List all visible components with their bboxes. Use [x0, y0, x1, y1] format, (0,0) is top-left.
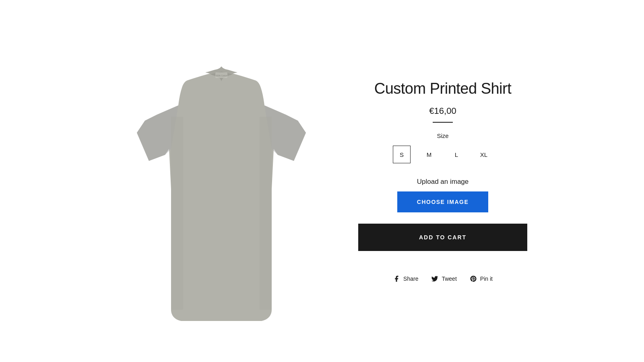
facebook-icon: [393, 275, 400, 282]
size-option-l[interactable]: L: [448, 146, 465, 163]
size-options: S M L XL: [393, 146, 493, 163]
choose-image-button[interactable]: CHOOSE IMAGE: [397, 191, 488, 212]
share-pinterest-label: Pin it: [480, 276, 493, 282]
svg-rect-1: [260, 117, 272, 310]
product-image-container: 100% Cotton: [117, 24, 326, 338]
pinterest-icon: [470, 275, 477, 282]
product-title: Custom Printed Shirt: [374, 80, 512, 98]
price-divider: [433, 122, 453, 123]
product-image: 100% Cotton: [125, 36, 318, 326]
product-price: €16,00: [429, 106, 456, 116]
svg-text:100% Cotton: 100% Cotton: [216, 74, 227, 77]
share-twitter-label: Tweet: [442, 276, 456, 282]
share-facebook-label: Share: [403, 276, 418, 282]
share-pinterest-link[interactable]: Pin it: [470, 275, 493, 282]
svg-rect-0: [171, 117, 183, 310]
share-twitter-link[interactable]: Tweet: [431, 275, 456, 282]
product-details: Custom Printed Shirt €16,00 Size S M L X…: [358, 80, 527, 283]
social-share: Share Tweet Pin it: [393, 275, 493, 282]
add-to-cart-button[interactable]: ADD TO CART: [358, 224, 527, 251]
share-facebook-link[interactable]: Share: [393, 275, 418, 282]
size-option-m[interactable]: M: [420, 146, 438, 163]
size-option-xl[interactable]: XL: [475, 146, 493, 163]
size-label: Size: [437, 132, 448, 139]
twitter-icon: [431, 275, 438, 282]
upload-label: Upload an image: [417, 178, 469, 186]
product-page: 100% Cotton Custom Printed Shirt €16,00 …: [0, 0, 644, 362]
size-option-s[interactable]: S: [393, 146, 411, 163]
